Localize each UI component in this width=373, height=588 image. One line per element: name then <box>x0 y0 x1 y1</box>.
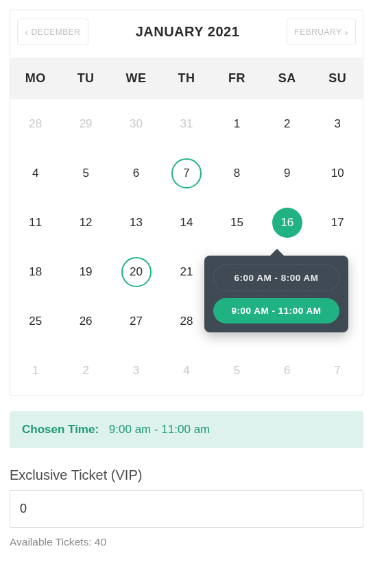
days-grid: 2829303112345678910111213141516171819202… <box>10 99 363 395</box>
day[interactable]: 30 <box>121 109 152 139</box>
available-tickets-label: Available Tickets: 40 <box>10 536 363 548</box>
time-slot-option[interactable]: 6:00 AM - 8:00 AM <box>213 265 339 291</box>
day-cell: 1 <box>10 346 60 395</box>
next-month-button[interactable]: FEBRUARY › <box>287 19 356 45</box>
day-cell: 14 <box>161 198 211 247</box>
ticket-quantity-input[interactable] <box>10 490 363 528</box>
day-cell: 28 <box>10 99 60 149</box>
day-cell: 12 <box>60 198 110 247</box>
day[interactable]: 7 <box>322 356 352 386</box>
day-cell: 7 <box>313 346 363 395</box>
day[interactable]: 18 <box>21 257 51 287</box>
calendar-header: ‹ DECEMBER JANUARY 2021 FEBRUARY › <box>10 10 363 58</box>
day-cell: 25 <box>10 297 60 346</box>
chosen-time-bar: Chosen Time: 9:00 am - 11:00 am <box>10 411 363 448</box>
day[interactable]: 20 <box>121 257 152 287</box>
day-cell: 3 <box>313 99 363 149</box>
day-cell: 30 <box>111 99 161 149</box>
day-cell: 2 <box>262 99 312 149</box>
day[interactable]: 4 <box>171 356 202 386</box>
chosen-time-value: 9:00 am - 11:00 am <box>109 423 210 436</box>
ticket-type-label: Exclusive Ticket (VIP) <box>10 467 363 483</box>
time-slot-popover: 6:00 AM - 8:00 AM 9:00 AM - 11:00 AM <box>204 256 348 332</box>
weekday-label: TH <box>161 58 211 99</box>
chosen-time-label: Chosen Time: <box>22 423 99 436</box>
day[interactable]: 25 <box>21 306 51 336</box>
day-cell: 16 <box>262 198 312 247</box>
day-cell: 20 <box>111 247 161 297</box>
day[interactable]: 9 <box>272 158 302 188</box>
calendar-title: JANUARY 2021 <box>136 24 240 40</box>
day-cell: 7 <box>161 149 211 198</box>
day[interactable]: 26 <box>71 306 101 336</box>
day-cell: 4 <box>161 346 211 395</box>
next-month-label: FEBRUARY <box>294 27 341 37</box>
time-slot-option-selected[interactable]: 9:00 AM - 11:00 AM <box>213 298 339 323</box>
weekday-label: TU <box>60 58 110 99</box>
day-cell: 8 <box>212 149 262 198</box>
day[interactable]: 11 <box>21 208 51 238</box>
weekday-label: WE <box>111 58 161 99</box>
day-cell: 26 <box>60 297 110 346</box>
day-cell: 15 <box>212 198 262 247</box>
day[interactable]: 17 <box>322 208 352 238</box>
day[interactable]: 1 <box>21 356 51 386</box>
day[interactable]: 28 <box>21 109 51 139</box>
day[interactable]: 29 <box>71 109 101 139</box>
calendar: ‹ DECEMBER JANUARY 2021 FEBRUARY › MOTUW… <box>10 10 363 396</box>
day-cell: 1 <box>212 99 262 149</box>
day-cell: 10 <box>313 149 363 198</box>
prev-month-button[interactable]: ‹ DECEMBER <box>17 19 88 45</box>
day-cell: 29 <box>60 99 110 149</box>
day-cell: 19 <box>60 247 110 297</box>
day[interactable]: 15 <box>221 208 252 238</box>
day-cell: 11 <box>10 198 60 247</box>
day[interactable]: 10 <box>322 158 352 188</box>
day[interactable]: 12 <box>71 208 101 238</box>
chevron-left-icon: ‹ <box>25 27 29 37</box>
chevron-right-icon: › <box>345 27 349 37</box>
day[interactable]: 5 <box>71 158 101 188</box>
day-cell: 17 <box>313 198 363 247</box>
day[interactable]: 2 <box>71 356 101 386</box>
day[interactable]: 1 <box>221 109 252 139</box>
day-cell: 13 <box>111 198 161 247</box>
day[interactable]: 7 <box>171 158 202 188</box>
day[interactable]: 3 <box>322 109 352 139</box>
day[interactable]: 4 <box>21 158 51 188</box>
day-cell: 5 <box>212 346 262 395</box>
day-cell: 6 <box>262 346 312 395</box>
weekday-label: SU <box>313 58 363 99</box>
day-cell: 4 <box>10 149 60 198</box>
day[interactable]: 31 <box>171 109 202 139</box>
prev-month-label: DECEMBER <box>32 27 81 37</box>
day[interactable]: 8 <box>221 158 252 188</box>
day[interactable]: 14 <box>171 208 202 238</box>
weekday-label: SA <box>262 58 312 99</box>
day[interactable]: 13 <box>121 208 152 238</box>
day[interactable]: 3 <box>121 356 152 386</box>
day-cell: 3 <box>111 346 161 395</box>
day-cell: 5 <box>60 149 110 198</box>
weekday-row: MOTUWETHFRSASU <box>10 58 363 99</box>
day-cell: 6 <box>111 149 161 198</box>
day[interactable]: 5 <box>221 356 252 386</box>
day[interactable]: 2 <box>272 109 302 139</box>
day-cell: 27 <box>111 297 161 346</box>
day[interactable]: 6 <box>272 356 302 386</box>
day-cell: 18 <box>10 247 60 297</box>
day-cell: 31 <box>161 99 211 149</box>
weekday-label: MO <box>10 58 60 99</box>
day[interactable]: 19 <box>71 257 101 287</box>
day-selected[interactable]: 16 <box>272 208 302 238</box>
day-cell: 2 <box>60 346 110 395</box>
day[interactable]: 27 <box>121 306 152 336</box>
day[interactable]: 28 <box>171 306 202 336</box>
day[interactable]: 6 <box>121 158 152 188</box>
day[interactable]: 21 <box>171 257 202 287</box>
day-cell: 9 <box>262 149 312 198</box>
weekday-label: FR <box>212 58 262 99</box>
